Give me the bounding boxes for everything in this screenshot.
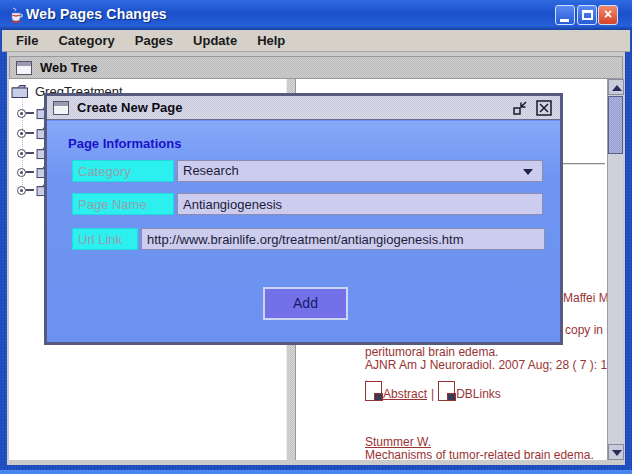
mechanisms-line: Mechanisms of tumor-related brain edema. (365, 448, 594, 460)
broken-image-icon (438, 381, 455, 401)
minimize-button[interactable] (555, 5, 575, 25)
menu-bar: File Category Pages Update Help (2, 30, 630, 52)
dialog-title: Create New Page (77, 100, 183, 115)
tree-expand-handle-icon[interactable] (17, 168, 26, 177)
tree-expand-handle-icon[interactable] (17, 149, 26, 158)
menu-file[interactable]: File (6, 30, 48, 52)
section-title: Page Informations (68, 136, 181, 151)
scrollbar-thumb[interactable] (608, 96, 623, 154)
category-value: Research (183, 163, 239, 178)
app-window: Web Pages Changes × File Category Pages … (0, 0, 632, 474)
tree-handle-line (26, 152, 34, 154)
tree-handle-line (26, 112, 34, 114)
dialog-body: Page Informations Category Research Page… (47, 121, 560, 342)
menu-update[interactable]: Update (183, 30, 247, 52)
tree-handle-line (26, 171, 34, 173)
url-link-label: Url Link (72, 228, 138, 250)
abstract-link[interactable]: Abstract (383, 387, 427, 401)
create-new-page-dialog: Create New Page Page Informations Catego… (44, 93, 563, 345)
tree-expand-handle-icon[interactable] (17, 129, 26, 138)
page-name-input[interactable] (177, 193, 543, 215)
menu-category[interactable]: Category (48, 30, 124, 52)
add-button[interactable]: Add (263, 287, 348, 320)
stummer-link[interactable]: Stummer W. (365, 435, 431, 449)
link-separator: | (431, 387, 434, 401)
page-name-label: Page Name (72, 193, 174, 215)
dblinks-link[interactable]: DBLinks (456, 387, 501, 401)
folder-icon (11, 84, 29, 99)
tree-handle-line (26, 189, 34, 191)
url-link-input[interactable] (141, 228, 545, 250)
web-tree-title: Web Tree (40, 60, 98, 75)
menu-help[interactable]: Help (247, 30, 295, 52)
scroll-down-button[interactable] (608, 444, 624, 460)
tree-handle-line (26, 132, 34, 134)
category-label: Category (72, 160, 174, 182)
web-tree-titlebar[interactable]: Web Tree (9, 56, 623, 79)
citation-journal-line: AJNR Am J Neuroradiol. 2007 Aug; 28 ( 7 … (365, 358, 607, 372)
window-titlebar[interactable]: Web Pages Changes × (0, 0, 632, 30)
arrow-up-icon (612, 85, 622, 91)
chevron-down-icon (523, 169, 533, 175)
scroll-up-button[interactable] (608, 79, 624, 95)
arrow-down-icon (612, 450, 622, 456)
broken-image-icon (365, 381, 382, 401)
dialog-icon (53, 101, 69, 115)
tree-expand-handle-icon[interactable] (17, 109, 26, 118)
citation-author-fragment: Maffei M (563, 291, 607, 305)
tree-expand-handle-icon[interactable] (17, 186, 26, 195)
citation-line: peritumoral brain edema. (365, 345, 498, 359)
category-combobox[interactable]: Research (177, 160, 543, 182)
window-title: Web Pages Changes (26, 6, 167, 22)
frame-icon (16, 61, 32, 75)
restore-icon[interactable] (512, 100, 528, 116)
maximize-button[interactable] (577, 5, 597, 25)
citation-text-fragment: copy in (565, 323, 603, 337)
java-cup-icon (8, 6, 24, 24)
close-button[interactable]: × (598, 5, 618, 25)
citation-links-row: Abstract | DBLinks (365, 379, 501, 401)
menu-pages[interactable]: Pages (125, 30, 183, 52)
dialog-close-icon[interactable] (536, 100, 552, 116)
dialog-titlebar[interactable]: Create New Page (47, 96, 560, 120)
vertical-scrollbar[interactable] (607, 79, 623, 460)
window-bottom-edge (0, 470, 632, 474)
